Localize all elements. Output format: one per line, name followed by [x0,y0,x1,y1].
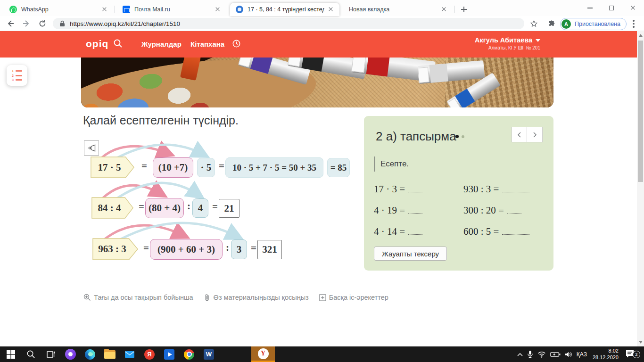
star-icon [530,20,538,28]
taskbar-search-button[interactable] [21,346,41,362]
profile-status-label: Приостановлена [575,21,620,27]
alice-assistant-button[interactable] [60,346,80,362]
task-panel: 2 а) тапсырма Есепте. 17 · 3 = 930 : 3 =… [364,116,553,271]
profile-chip[interactable]: A Приостановлена [560,18,627,30]
tab-mailru[interactable]: Почта Mail.ru [117,3,226,16]
scroll-up-icon[interactable] [639,34,643,37]
answer-blank[interactable] [502,228,529,235]
lesson-heading: Қалай есептелгенін түсіндір. [83,114,239,127]
figure-source-box: 84 : 4 [91,197,134,219]
pagination-dot[interactable] [462,135,464,138]
close-button[interactable] [622,0,644,16]
yandex-icon: Я [144,349,155,360]
colon-sign: : [226,242,229,254]
edge-button[interactable] [80,346,100,362]
task-view-button[interactable] [41,346,60,362]
movies-tv-button[interactable] [159,346,179,362]
tab-close-icon[interactable] [327,6,335,13]
address-bar[interactable]: https://www.opiq.kz/kit/21/chapter/1510 [53,18,524,29]
opiq-logo[interactable]: opiq [86,38,108,49]
screen: WhatsApp Почта Mail.ru 17 · 5, 84 : 4 тү… [0,0,644,362]
figure-decomposition-box: (10 +7) [153,157,193,178]
action-center-button[interactable]: 2 [625,349,639,360]
answer-blank[interactable] [408,206,422,214]
tab-whatsapp[interactable]: WhatsApp [4,3,113,16]
wifi-icon [537,351,546,358]
browser-tab-strip: WhatsApp Почта Mail.ru 17 · 5, 84 : 4 тү… [0,0,644,16]
puzzle-icon [548,20,556,28]
nav-library[interactable]: Кітапхана [190,40,224,48]
browser-menu-button[interactable] [633,20,635,29]
forward-button[interactable] [21,18,32,29]
figure-expansion-box: 10 · 5 + 7 · 5 = 50 + 35 [225,157,323,178]
tab-opiq-active[interactable]: 17 · 5, 84 : 4 түріндегі кестеден т [230,3,339,16]
word-button[interactable]: W [199,346,219,362]
yandex-app-button[interactable]: Я [140,346,159,362]
folder-icon [104,350,116,359]
notification-badge: 2 [633,351,640,358]
exercise-item: 17 · 3 = [374,183,422,195]
scrollbar-thumb[interactable] [638,41,643,182]
prev-task-button[interactable] [512,127,527,142]
volume-tray-button[interactable] [565,351,572,358]
yandex-browser-button-active[interactable]: Y [251,346,275,362]
pagination-dot-active[interactable] [455,135,459,138]
numbered-list-icon: 1 2 3 [12,68,22,83]
window-controls [579,0,644,16]
read-aloud-button[interactable] [84,140,99,156]
wifi-tray-button[interactable] [537,351,546,358]
tab-new-tab[interactable]: Новая вкладка [343,3,453,16]
start-button[interactable] [1,346,21,362]
equals-sign: = [212,201,218,213]
equals-sign: = [143,242,149,254]
figure-operator-box: 3 [231,239,247,259]
extensions-button[interactable] [546,18,557,29]
close-icon [631,6,636,10]
movies-tv-icon [164,349,174,360]
new-tab-button[interactable] [458,4,470,15]
answer-blank[interactable] [408,228,422,235]
answer-blank[interactable] [502,185,529,192]
page-scrollbar[interactable] [637,31,644,346]
figure-source-box: 963 : 3 [92,238,139,260]
answer-blank[interactable] [507,206,521,214]
exercise-item: 600 : 5 = [463,226,529,238]
reload-button[interactable] [37,18,48,29]
maximize-button[interactable] [601,0,622,16]
scroll-down-icon[interactable] [639,341,643,344]
chrome-button[interactable] [179,346,199,362]
search-icon [26,350,35,359]
tab-close-icon[interactable] [214,6,222,13]
bookmark-star-button[interactable] [528,18,539,29]
battery-tray-button[interactable] [550,352,561,357]
file-explorer-button[interactable] [100,346,120,362]
next-task-button[interactable] [527,127,543,142]
language-indicator[interactable]: ҚАЗ [577,351,587,358]
table-of-contents-button[interactable]: 1 2 3 [7,65,27,86]
back-button[interactable] [5,18,16,29]
equals-sign: = [219,160,224,172]
answer-blank[interactable] [408,185,422,192]
user-name: Акгуль Абитаева [475,36,532,44]
alice-icon [65,349,76,360]
nav-journals[interactable]: Журналдар [141,40,182,48]
search-button[interactable] [113,39,123,50]
speaker-icon [565,351,572,358]
tab-close-icon[interactable] [440,6,448,13]
user-menu[interactable]: Акгуль Абитаева Алматы, КГУ ШГ № 201 [475,36,540,50]
user-organization: Алматы, КГУ ШГ № 201 [475,45,540,50]
microphone-tray-button[interactable] [527,350,533,358]
minimize-icon [587,8,593,8]
mail-button[interactable] [120,346,140,362]
figure-result-box: = 85 [327,158,350,177]
check-answer-button[interactable]: Жауапты тексеру [374,247,447,261]
chapter-hero-image [81,58,553,107]
task-view-icon [46,350,55,359]
lock-icon [59,20,65,27]
tab-close-icon[interactable] [101,6,108,13]
minimize-button[interactable] [579,0,601,16]
clock[interactable]: 8:02 28.12.2020 [593,348,619,361]
history-button[interactable] [232,39,241,50]
equals-sign: = [251,242,256,254]
tray-expand-button[interactable] [517,353,523,356]
